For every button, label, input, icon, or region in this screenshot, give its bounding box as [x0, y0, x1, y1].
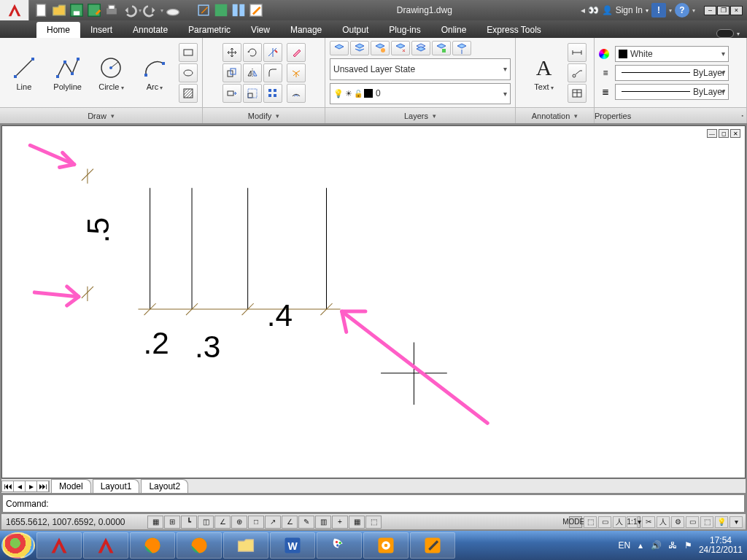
layer-btn[interactable] [371, 41, 390, 55]
taskbar-app-explorer[interactable] [223, 532, 268, 559]
status-scale[interactable]: 1:1▾ [627, 516, 640, 528]
mirror-button[interactable] [243, 63, 262, 82]
lineweight-combo[interactable]: ByLayer [615, 84, 729, 100]
rotate-button[interactable] [243, 43, 262, 62]
start-button[interactable] [1, 532, 35, 559]
toggle-icon[interactable]: ∠ [282, 516, 298, 529]
qat-undo-icon[interactable] [121, 2, 137, 18]
app-menu-button[interactable] [0, 0, 29, 20]
taskbar-app[interactable] [410, 532, 455, 559]
status-icon[interactable]: 人 [613, 516, 626, 528]
layer-current-combo[interactable]: 0 [330, 83, 511, 105]
status-icon[interactable]: ⚙ [671, 516, 684, 528]
tab-model[interactable]: Model [51, 479, 91, 493]
tab-home[interactable]: Home [36, 22, 80, 38]
status-icon[interactable]: ▾ [729, 516, 743, 528]
panel-properties-label[interactable]: Properties [595, 107, 746, 123]
command-line[interactable]: Command: [3, 494, 744, 512]
table-button[interactable] [568, 84, 587, 103]
panel-modify-label[interactable]: Modify [203, 107, 325, 123]
status-icon[interactable]: ⬚ [584, 516, 597, 528]
status-icon[interactable]: ✂ [642, 516, 655, 528]
tab-plugins[interactable]: Plug-ins [379, 22, 430, 38]
ribbon-state-toggle[interactable] [716, 29, 734, 38]
binoculars-icon[interactable]: 👀 [588, 5, 599, 15]
erase-button[interactable] [287, 43, 306, 62]
qat-icon[interactable] [231, 2, 247, 18]
toggle-icon[interactable]: ▦ [349, 516, 365, 529]
signin-button[interactable]: 👤 Sign In ▾ [602, 5, 649, 15]
toggle-icon[interactable]: ⬚ [365, 516, 382, 529]
layer-btn[interactable] [411, 41, 430, 55]
toggle-icon[interactable]: ⊞ [164, 516, 180, 529]
qat-cloud-icon[interactable] [165, 2, 181, 18]
polyline-button[interactable]: Polyline [48, 55, 88, 91]
tab-express[interactable]: Express Tools [476, 22, 551, 38]
tab-annotate[interactable]: Annotate [123, 22, 178, 38]
layer-btn[interactable] [330, 41, 349, 55]
qat-icon[interactable] [196, 2, 212, 18]
taskbar-app[interactable] [363, 532, 409, 559]
help-icon[interactable]: ? [675, 3, 689, 18]
layer-btn[interactable] [350, 41, 369, 55]
qat-icon[interactable] [213, 2, 229, 18]
tray-flag-icon[interactable]: ⚑ [683, 540, 694, 551]
scale-button[interactable] [243, 84, 262, 103]
hatch-button[interactable] [179, 84, 198, 103]
layer-btn[interactable] [391, 41, 410, 55]
status-icon[interactable]: 人 [657, 516, 670, 528]
array-button[interactable] [263, 84, 282, 103]
rectangle-button[interactable] [179, 43, 198, 62]
stretch-button[interactable] [222, 84, 241, 103]
circle-button[interactable]: Circle [92, 55, 131, 91]
fillet-button[interactable] [263, 63, 282, 82]
toggle-icon[interactable]: + [332, 516, 348, 529]
tray-clock[interactable]: 17:54 24/12/2011 [699, 536, 743, 555]
tab-output[interactable]: Output [332, 22, 379, 38]
taskbar-app-autocad[interactable] [83, 532, 128, 559]
minimize-button[interactable]: – [704, 6, 716, 15]
qat-save-icon[interactable] [69, 2, 85, 18]
qat-saveas-icon[interactable] [86, 2, 102, 18]
move-button[interactable] [222, 43, 241, 62]
toggle-icon[interactable]: ∠ [214, 516, 231, 529]
copy-button[interactable] [222, 63, 241, 82]
qat-new-icon[interactable] [34, 2, 50, 18]
status-icon[interactable]: ▭ [598, 516, 611, 528]
layer-btn[interactable] [432, 41, 451, 55]
taskbar-app-paint[interactable] [317, 532, 362, 559]
qat-icon[interactable] [248, 2, 264, 18]
panel-layers-label[interactable]: Layers [325, 107, 515, 123]
color-combo[interactable]: White [615, 46, 729, 62]
trim-button[interactable] [263, 43, 282, 62]
tray-lang[interactable]: EN [619, 540, 630, 551]
tab-insert[interactable]: Insert [80, 22, 123, 38]
leader-button[interactable] [568, 63, 587, 82]
tab-layout1[interactable]: Layout1 [93, 479, 140, 493]
status-model[interactable]: MODEL [569, 516, 582, 528]
exchange-icon[interactable]: ! [651, 3, 666, 18]
toggle-icon[interactable]: ▥ [315, 516, 331, 529]
tab-first-icon[interactable]: ⏮ [2, 481, 14, 491]
taskbar-app-firefox[interactable] [177, 532, 222, 559]
layer-state-combo[interactable]: Unsaved Layer State [330, 58, 511, 80]
close-button[interactable]: × [730, 6, 743, 15]
toggle-icon[interactable]: ◫ [198, 516, 214, 529]
ellipse-button[interactable] [179, 63, 198, 82]
linetype-combo[interactable]: ByLayer [615, 65, 729, 81]
taskbar-app-autocad[interactable] [36, 532, 82, 559]
tray-volume-icon[interactable]: 🔊 [651, 540, 662, 551]
restore-button[interactable]: ❐ [717, 6, 729, 15]
tab-view[interactable]: View [241, 22, 280, 38]
dim-linear-button[interactable] [568, 43, 587, 62]
toggle-icon[interactable]: ↗ [265, 516, 281, 529]
taskbar-app-firefox[interactable] [130, 532, 175, 559]
qat-print-icon[interactable] [104, 2, 120, 18]
explode-button[interactable] [287, 63, 306, 82]
arc-button[interactable]: Arc [135, 55, 174, 91]
tray-up-icon[interactable]: ▴ [635, 540, 646, 551]
nav-left-icon[interactable]: ◂ [581, 5, 585, 15]
status-icon[interactable]: 💡 [715, 516, 728, 528]
tab-parametric[interactable]: Parametric [178, 22, 241, 38]
layer-btn[interactable] [452, 41, 471, 55]
